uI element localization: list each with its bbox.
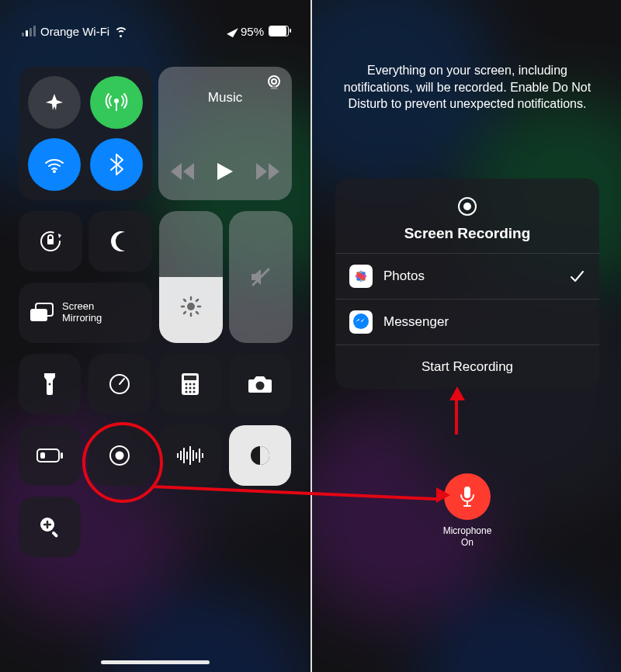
dark-mode-toggle[interactable] xyxy=(229,425,291,486)
bluetooth-icon xyxy=(109,153,124,176)
voice-memos-button[interactable] xyxy=(159,425,221,486)
svg-rect-34 xyxy=(61,452,63,459)
svg-point-2 xyxy=(53,170,56,173)
recording-notice: Everything on your screen, including not… xyxy=(343,62,592,113)
cell-signal-icon xyxy=(22,26,36,36)
app-option-label: Photos xyxy=(383,268,557,284)
sun-icon xyxy=(159,296,223,320)
orientation-lock-toggle[interactable] xyxy=(19,211,82,272)
screen-mirroring-button[interactable]: Screen Mirroring xyxy=(19,282,152,343)
svg-rect-6 xyxy=(47,239,54,244)
svg-rect-49 xyxy=(51,531,58,538)
magnifier-plus-icon xyxy=(38,515,61,539)
screen-recording-sheet-screen: Everything on your screen, including not… xyxy=(310,0,621,672)
svg-point-30 xyxy=(189,391,192,393)
control-center-screen: Orange Wi-Fi 95% xyxy=(0,0,310,672)
svg-line-16 xyxy=(184,312,186,313)
home-indicator[interactable] xyxy=(101,660,210,664)
status-bar: Orange Wi-Fi 95% xyxy=(0,16,310,47)
svg-rect-43 xyxy=(193,450,194,461)
flashlight-button[interactable] xyxy=(19,354,81,414)
svg-point-27 xyxy=(189,387,192,390)
waveform-icon xyxy=(176,446,204,465)
calculator-button[interactable] xyxy=(159,354,221,414)
volume-slider[interactable] xyxy=(229,211,293,343)
svg-point-53 xyxy=(463,203,471,210)
bluetooth-toggle[interactable] xyxy=(90,138,143,191)
brightness-slider[interactable] xyxy=(159,211,223,343)
svg-point-29 xyxy=(186,391,188,393)
svg-point-37 xyxy=(116,452,124,460)
flashlight-icon xyxy=(43,372,57,397)
moon-icon xyxy=(109,230,132,253)
dark-mode-icon xyxy=(248,444,272,467)
camera-icon xyxy=(248,374,272,394)
svg-rect-39 xyxy=(180,451,182,460)
battery-outline-icon xyxy=(36,449,63,462)
airplay-icon xyxy=(265,74,283,92)
svg-rect-22 xyxy=(184,376,196,380)
camera-button[interactable] xyxy=(229,354,291,414)
screen-record-button[interactable] xyxy=(88,425,151,486)
svg-point-26 xyxy=(186,387,188,390)
svg-point-25 xyxy=(193,383,196,386)
microphone-label: Microphone On xyxy=(312,525,621,548)
screen-mirroring-icon xyxy=(29,303,54,323)
media-title: Music xyxy=(158,90,292,106)
do-not-disturb-toggle[interactable] xyxy=(88,211,152,272)
forward-button[interactable] xyxy=(256,163,279,180)
connectivity-panel xyxy=(19,67,152,200)
microphone-toggle[interactable] xyxy=(444,473,491,520)
microphone-icon xyxy=(458,485,477,508)
sheet-title: Screen Recording xyxy=(335,225,599,242)
magnifier-button[interactable] xyxy=(19,497,81,557)
wifi-icon xyxy=(43,153,66,176)
svg-point-28 xyxy=(193,387,196,390)
cellular-antenna-icon xyxy=(105,91,128,114)
battery-icon xyxy=(269,26,289,36)
svg-point-19 xyxy=(49,383,51,386)
airplane-icon xyxy=(43,92,65,113)
timer-icon xyxy=(108,372,131,396)
media-panel[interactable]: Music xyxy=(158,67,292,200)
timer-button[interactable] xyxy=(88,354,151,414)
carrier-label: Orange Wi-Fi xyxy=(40,25,109,38)
start-recording-button[interactable]: Start Recording xyxy=(335,345,599,389)
messenger-app-icon xyxy=(349,310,373,334)
rewind-button[interactable] xyxy=(171,163,194,180)
svg-rect-63 xyxy=(464,487,470,498)
cellular-data-toggle[interactable] xyxy=(90,76,143,129)
svg-point-4 xyxy=(272,79,276,84)
wifi-status-icon xyxy=(114,26,128,36)
svg-rect-8 xyxy=(30,309,47,321)
svg-rect-41 xyxy=(186,452,188,459)
wifi-toggle[interactable] xyxy=(28,138,81,191)
low-power-mode-toggle[interactable] xyxy=(19,425,81,486)
checkmark-icon xyxy=(568,268,585,285)
svg-point-9 xyxy=(187,303,195,310)
svg-rect-38 xyxy=(177,453,179,458)
svg-rect-45 xyxy=(199,449,200,462)
app-option-photos[interactable]: Photos xyxy=(335,253,599,299)
airplane-mode-toggle[interactable] xyxy=(28,76,81,129)
rotation-lock-icon xyxy=(37,228,64,255)
svg-rect-40 xyxy=(183,448,185,463)
svg-rect-1 xyxy=(116,102,117,111)
volume-mute-icon xyxy=(249,265,272,289)
svg-rect-46 xyxy=(202,453,203,458)
svg-line-15 xyxy=(196,312,198,313)
calculator-icon xyxy=(181,372,199,396)
location-arrow-icon xyxy=(227,25,238,38)
svg-rect-44 xyxy=(196,452,197,459)
photos-app-icon xyxy=(349,265,373,288)
svg-point-32 xyxy=(256,382,265,390)
app-option-messenger[interactable]: Messenger xyxy=(335,299,599,345)
play-button[interactable] xyxy=(217,163,233,180)
app-option-label: Messenger xyxy=(383,314,585,330)
svg-point-31 xyxy=(193,391,196,393)
svg-rect-42 xyxy=(189,446,191,465)
record-icon xyxy=(335,191,599,220)
battery-pct: 95% xyxy=(241,25,264,38)
svg-line-17 xyxy=(196,300,198,301)
screen-recording-sheet: Screen Recording Photos xyxy=(335,178,599,389)
